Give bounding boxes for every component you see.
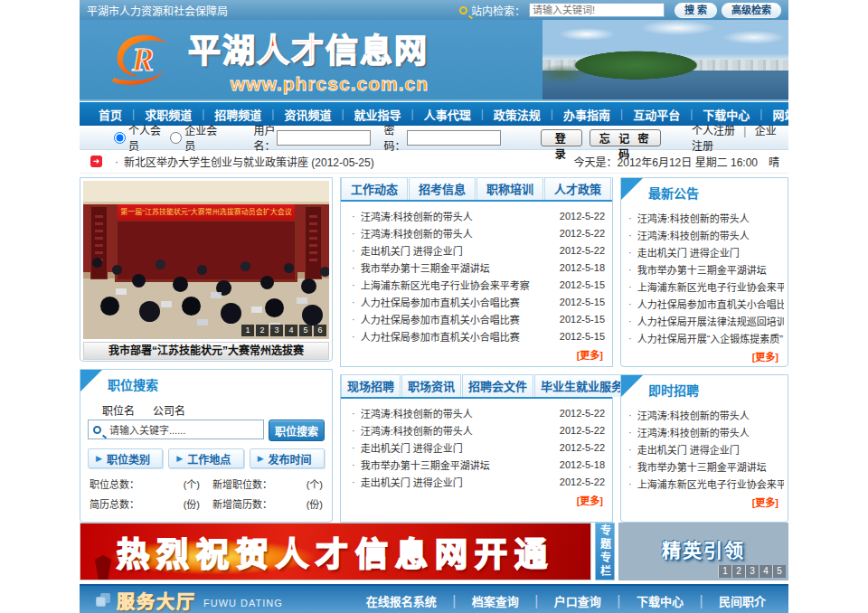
personal-member-option[interactable]: 个人会员 xyxy=(114,122,161,153)
more-link[interactable]: [更多] xyxy=(577,350,603,361)
more-link[interactable]: [更多] xyxy=(752,497,778,508)
celebration-banner[interactable]: 热烈祝贺人才信息网开通 xyxy=(80,523,591,580)
news-tab[interactable]: 职场资讯 xyxy=(401,374,461,397)
photo-page-button[interactable]: 4 xyxy=(285,325,297,336)
login-button[interactable]: 登 录 xyxy=(541,129,582,146)
news-title-link[interactable]: 走出机关门 进得企业门 xyxy=(637,442,784,457)
news-title-link[interactable]: 人力社保局参加市直机关小合唱比赛 xyxy=(361,312,554,326)
job-search-tab[interactable]: 公司名 xyxy=(144,401,194,420)
news-title-link[interactable]: 人力社保局参加市直机关小合唱比赛 xyxy=(361,295,554,309)
news-title-link[interactable]: 走出机关门 进得企业门 xyxy=(361,475,554,489)
more-link[interactable]: [更多] xyxy=(752,352,778,363)
news-tab[interactable]: 招考信息 xyxy=(409,177,476,200)
bullet-icon: · xyxy=(352,211,355,222)
logo-area[interactable]: R 平湖人才信息网 www.phrcsc.com.cn xyxy=(80,20,429,99)
banner-page-button[interactable]: 5 xyxy=(772,565,786,578)
news-title-link[interactable]: 人力社保局参加市直机关小合唱比赛 xyxy=(637,297,784,311)
username-field[interactable] xyxy=(277,130,371,146)
news-title-link[interactable]: 我市举办第十三期金平湖讲坛 xyxy=(361,457,554,472)
news-title-link[interactable]: 上海浦东新区光电子行业协会来平考 xyxy=(637,476,784,491)
personal-register-link[interactable]: 个人注册 xyxy=(692,125,735,137)
news-row: · 汪鸿涛:科技创新的带头人 xyxy=(625,226,784,243)
photo-page-button[interactable]: 3 xyxy=(270,325,283,336)
news-title-link[interactable]: 汪鸿涛:科技创新的带头人 xyxy=(361,209,554,223)
news-date: 2012-5-18 xyxy=(560,459,605,470)
job-search-button[interactable]: 职位搜索 xyxy=(269,420,325,441)
news-title-link[interactable]: 走出机关门 进得企业门 xyxy=(361,243,554,258)
nav-item[interactable]: 首页 xyxy=(89,106,132,123)
photo-caption[interactable]: 我市部署“江苏技能状元”大赛常州选拔赛 xyxy=(83,342,329,360)
news-tab[interactable]: 招聘会文件 xyxy=(462,374,533,397)
footer-link[interactable]: 档案查询 xyxy=(460,595,531,608)
job-stat-unit: (个) xyxy=(307,476,323,491)
banner-page-button[interactable]: 2 xyxy=(731,565,745,578)
news-tab[interactable]: 人才政策 xyxy=(544,177,611,200)
footer-link[interactable]: 在线报名系统 xyxy=(354,595,448,608)
footer-link[interactable]: 民间职介 xyxy=(707,595,778,608)
nav-item[interactable]: 下载中心 xyxy=(693,106,760,123)
nav-item[interactable]: 政策法规 xyxy=(484,106,551,123)
job-filter-button[interactable]: ▶ 职位类别 xyxy=(88,448,163,468)
nav-item[interactable]: 办事指南 xyxy=(553,106,620,123)
news-title-link[interactable]: 汪鸿涛:科技创新的带头人 xyxy=(637,408,784,422)
password-field[interactable] xyxy=(407,130,501,146)
news-tab[interactable]: 毕业生就业服务 xyxy=(534,374,629,397)
meeting-photo[interactable]: 第一届“江苏技能状元”大赛常州选拔赛动员会扩大会议 123456 xyxy=(83,181,329,339)
news-title-link[interactable]: 走出机关门 进得企业门 xyxy=(361,440,554,455)
news-title-link[interactable]: 我市举办第十三期金平湖讲坛 xyxy=(637,459,784,474)
news-title-link[interactable]: 我市举办第十三期金平湖讲坛 xyxy=(637,262,784,277)
footer-link[interactable]: 下载中心 xyxy=(625,595,695,608)
nav-item[interactable]: 求职频道 xyxy=(135,106,202,123)
news-title-link[interactable]: 人力社保局开展法律法规巡回培训 xyxy=(637,314,784,328)
news-title-link[interactable]: 上海浦东新区光电子行业协会来平考察 xyxy=(361,278,554,292)
company-member-radio[interactable] xyxy=(170,132,182,144)
news-row: · 人力社保局参加市直机关小合唱比赛 xyxy=(625,295,784,312)
footer-link[interactable]: 户口查询 xyxy=(542,595,613,608)
news-tab[interactable]: 工作动态 xyxy=(341,177,408,200)
site-search-input[interactable] xyxy=(529,3,665,17)
news-title-link[interactable]: 我市举办第十三期金平湖讲坛 xyxy=(361,260,554,275)
photo-page-button[interactable]: 5 xyxy=(299,325,312,336)
job-filter-button[interactable]: ▶ 发布时间 xyxy=(250,448,325,468)
news-title-link[interactable]: 汪鸿涛:科技创新的带头人 xyxy=(637,211,784,225)
nav-item[interactable]: 就业指导 xyxy=(344,106,411,123)
job-filter-button[interactable]: ▶ 工作地点 xyxy=(168,448,243,468)
news-row: · 我市举办第十三期金平湖讲坛 xyxy=(625,457,784,475)
news-title-link[interactable]: 汪鸿涛:科技创新的带头人 xyxy=(637,425,784,439)
advanced-search-button[interactable]: 高级检索 xyxy=(722,3,781,18)
site-search-button[interactable]: 搜 索 xyxy=(675,3,717,18)
news-title-link[interactable]: 汪鸿涛:科技创新的带头人 xyxy=(361,226,554,240)
job-filter-buttons: ▶ 职位类别 ▶ 工作地点 ▶ 发布时间 xyxy=(88,448,325,468)
company-member-option[interactable]: 企业会员 xyxy=(170,122,217,153)
job-keyword-input[interactable]: 请输入关键字...... xyxy=(88,420,264,439)
personal-member-radio[interactable] xyxy=(114,132,126,144)
nav-item[interactable]: 招聘频道 xyxy=(204,106,271,123)
news-title-link[interactable]: 上海浦东新区光电子行业协会来平考 xyxy=(637,279,784,294)
news-row: · 汪鸿涛:科技创新的带头人 xyxy=(625,406,784,423)
nav-item[interactable]: 互动平台 xyxy=(623,106,690,123)
news-title-link[interactable]: 人力社保局开展“入企锻炼提素质” xyxy=(637,331,784,345)
forgot-password-button[interactable]: 忘 记 密 码 xyxy=(590,129,661,146)
more-link[interactable]: [更多] xyxy=(577,495,603,506)
news-title-link[interactable]: 走出机关门 进得企业门 xyxy=(637,245,784,259)
elite-banner[interactable]: 精英引领 12345 xyxy=(618,523,788,580)
photo-page-button[interactable]: 2 xyxy=(256,325,269,336)
nav-item[interactable]: 资讯频道 xyxy=(274,106,341,123)
nav-item[interactable]: 人事代理 xyxy=(414,106,481,123)
nav-item[interactable]: 网站地图 xyxy=(762,106,829,123)
banner-page-button[interactable]: 3 xyxy=(745,565,759,578)
news-title-link[interactable]: 汪鸿涛:科技创新的带头人 xyxy=(361,406,554,420)
news-tab[interactable]: 职称培训 xyxy=(476,177,543,200)
photo-page-button[interactable]: 6 xyxy=(314,325,326,336)
news-tab[interactable]: 现场招聘 xyxy=(341,374,401,397)
middle-column: 工作动态招考信息职称培训人才政策 · 汪鸿涛:科技创新的带头人 2012-5-2… xyxy=(340,177,613,519)
news-title-link[interactable]: 汪鸿涛:科技创新的带头人 xyxy=(637,228,784,242)
ticker-headline[interactable]: 新北区举办大学生创业与就业政策讲座 (2012-05-25) xyxy=(124,154,374,169)
special-column-strip[interactable]: 专题专栏 xyxy=(595,523,615,580)
news-title-link[interactable]: 人力社保局参加市直机关小合唱比赛 xyxy=(361,329,554,344)
job-search-tab[interactable]: 职位名 xyxy=(93,401,144,420)
news-title-link[interactable]: 汪鸿涛:科技创新的带头人 xyxy=(361,423,554,438)
banner-page-button[interactable]: 4 xyxy=(759,565,772,578)
photo-page-button[interactable]: 1 xyxy=(241,325,254,336)
banner-page-button[interactable]: 1 xyxy=(718,565,731,578)
